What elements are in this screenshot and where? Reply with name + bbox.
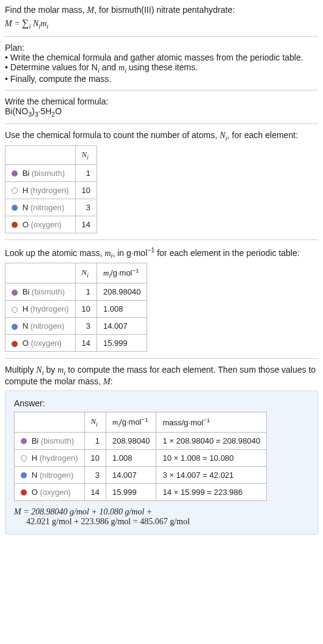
element-cell: H (hydrogen) — [15, 449, 85, 466]
plan-item-2-mid: and — [100, 62, 118, 72]
ni-cell: 1 — [75, 164, 96, 181]
ni-cell: 14 — [75, 335, 96, 352]
element-symbol: O — [32, 488, 38, 497]
table-row: O (oxygen) 14 15.999 — [5, 335, 147, 352]
element-bullet-icon — [12, 324, 18, 330]
count-atoms-suffix: , for each element: — [227, 130, 298, 140]
ni-cell: 3 — [75, 199, 96, 216]
ni-cell: 10 — [75, 301, 96, 318]
table-header-blank — [5, 263, 76, 284]
element-symbol: O — [23, 338, 29, 348]
ni-cell: 3 — [75, 318, 96, 335]
formula-part: Bi(NO — [5, 106, 28, 116]
element-symbol: H — [23, 304, 28, 313]
element-symbol: N — [23, 321, 28, 331]
ni-cell: 10 — [75, 181, 96, 199]
element-symbol: H — [32, 453, 37, 463]
mass-cell: 1 × 208.98040 = 208.98040 — [156, 432, 267, 449]
mi-cell: 15.999 — [96, 335, 147, 352]
multiply-mid1: by — [44, 365, 58, 375]
element-cell: H (hydrogen) — [5, 301, 76, 318]
lookup-var: m — [104, 248, 111, 257]
write-formula-section: Write the chemical formula: Bi(NO3)3·5H2… — [5, 97, 318, 118]
var-ni: Ni — [36, 365, 43, 375]
table-row: Bi (bismuth) 1 208.98040 — [5, 284, 147, 301]
divider — [5, 358, 318, 359]
multiply-section: Multiply Ni by mi to compute the mass fo… — [5, 365, 318, 387]
table-row: N (nitrogen) 3 — [5, 199, 97, 216]
var-mi: mi — [57, 365, 65, 375]
element-bullet-icon — [12, 205, 18, 211]
element-name: (hydrogen) — [40, 453, 78, 463]
lookup-mass-section: Look up the atomic mass, mi, in g·mol−1 … — [5, 246, 318, 352]
mi-cell: 15.999 — [106, 483, 156, 500]
element-name: (bismuth) — [41, 436, 74, 445]
element-name: (nitrogen) — [31, 203, 65, 212]
element-bullet-icon — [21, 455, 27, 461]
divider — [5, 36, 318, 37]
write-formula-heading: Write the chemical formula: — [5, 97, 318, 106]
element-cell: Bi (bismuth) — [15, 432, 85, 449]
ni-cell: 3 — [84, 466, 106, 483]
element-bullet-icon — [21, 489, 27, 496]
count-atoms-table: Ni Bi (bismuth) 1 H (hydrogen) 10 N (nit… — [5, 145, 97, 233]
table-header-row: Ni mi/g·mol−1 mass/g·mol−1 — [15, 412, 267, 432]
element-cell: Bi (bismuth) — [5, 284, 76, 301]
plan-item-2-suffix: using these items. — [126, 62, 198, 72]
table-header-mi: mi/g·mol−1 — [106, 412, 156, 432]
table-header-ni: Ni — [84, 412, 106, 432]
formula-part: O — [55, 106, 62, 116]
table-row: N (nitrogen) 3 14.007 — [5, 318, 147, 335]
element-cell: N (nitrogen) — [5, 318, 76, 335]
answer-table: Ni mi/g·mol−1 mass/g·mol−1 Bi (bismuth) … — [14, 412, 267, 501]
element-name: (hydrogen) — [31, 304, 69, 313]
table-header-mass: mass/g·mol−1 — [156, 412, 267, 432]
table-row: H (hydrogen) 10 1.008 — [5, 301, 147, 318]
element-name: (oxygen) — [31, 338, 62, 348]
mi-cell: 208.98040 — [106, 432, 156, 449]
element-name: (hydrogen) — [31, 186, 69, 195]
plan-heading: Plan: — [5, 43, 318, 53]
mass-cell: 14 × 15.999 = 223.986 — [156, 483, 267, 500]
element-symbol: Bi — [23, 169, 30, 178]
element-bullet-icon — [12, 170, 18, 177]
element-symbol: N — [32, 470, 37, 480]
table-header-blank — [15, 412, 85, 432]
lookup-mass-table: Ni mi/g·mol−1 Bi (bismuth) 1 208.98040 H… — [5, 263, 147, 352]
final-answer: M = 208.98040 g/mol + 10.080 g/mol + 42.… — [14, 507, 309, 527]
table-header-blank — [5, 146, 76, 165]
table-row: Bi (bismuth) 1 208.98040 1 × 208.98040 =… — [15, 432, 267, 449]
ni-cell: 1 — [84, 432, 106, 449]
element-name: (nitrogen) — [31, 321, 65, 331]
element-bullet-icon — [21, 472, 27, 478]
element-symbol: Bi — [23, 287, 30, 296]
answer-box: Answer: Ni mi/g·mol−1 mass/g·mol−1 Bi (b… — [5, 390, 318, 535]
mi-cell: 14.007 — [106, 466, 156, 483]
count-atoms-text: Use the chemical formula to count the nu… — [5, 130, 318, 142]
ni-cell: 1 — [75, 284, 96, 301]
plan-item-2-prefix: • Determine values for N — [5, 62, 98, 72]
count-atoms-prefix: Use the chemical formula to count the nu… — [5, 130, 220, 140]
answer-label: Answer: — [14, 398, 309, 408]
element-cell: N (nitrogen) — [5, 199, 76, 216]
mass-cell: 3 × 14.007 = 42.021 — [156, 466, 267, 483]
final-line-1: M = 208.98040 g/mol + 10.080 g/mol + — [14, 507, 152, 516]
mi-cell: 1.008 — [96, 301, 147, 318]
element-name: (oxygen) — [40, 488, 71, 497]
table-row: O (oxygen) 14 — [5, 216, 97, 233]
mi-cell: 208.98040 — [96, 284, 147, 301]
element-symbol: H — [23, 186, 28, 195]
table-header-row: Ni — [5, 146, 97, 165]
table-header-row: Ni mi/g·mol−1 — [5, 263, 147, 284]
mass-cell: 10 × 1.008 = 10.080 — [156, 449, 267, 466]
mi-cell: 1.008 — [106, 449, 156, 466]
plan-item-1: • Write the chemical formula and gather … — [5, 53, 318, 62]
table-row: Bi (bismuth) 1 — [5, 164, 97, 181]
formula-part: ·5H — [38, 106, 51, 116]
table-row: H (hydrogen) 10 — [5, 181, 97, 199]
var-M: M — [103, 377, 111, 386]
count-atoms-var: N — [220, 131, 225, 140]
unit-text: /g·mol — [111, 269, 132, 278]
multiply-prefix: Multiply — [5, 365, 36, 375]
element-name: (nitrogen) — [40, 470, 74, 480]
